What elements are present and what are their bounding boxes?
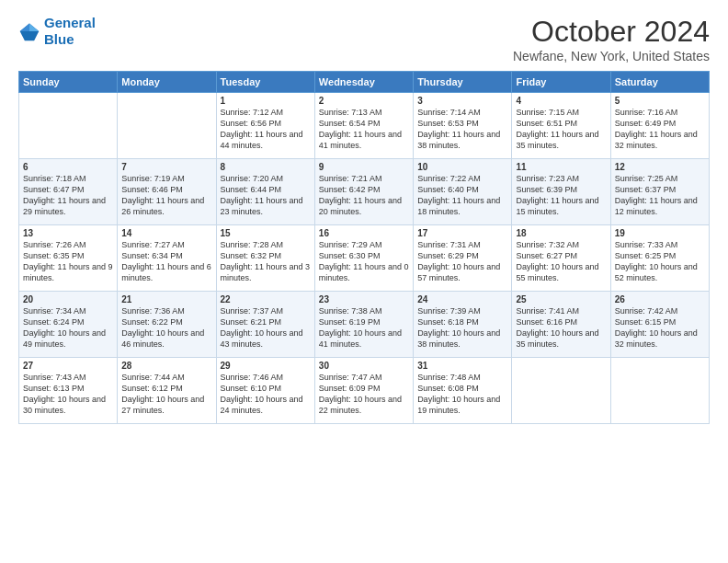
day-info: Sunrise: 7:23 AM Sunset: 6:39 PM Dayligh…: [516, 173, 606, 218]
day-info: Sunrise: 7:38 AM Sunset: 6:19 PM Dayligh…: [319, 305, 409, 350]
col-sunday: Sunday: [19, 72, 118, 93]
week-row-2: 6Sunrise: 7:18 AM Sunset: 6:47 PM Daylig…: [19, 159, 710, 225]
day-info: Sunrise: 7:48 AM Sunset: 6:08 PM Dayligh…: [417, 372, 507, 417]
day-info: Sunrise: 7:15 AM Sunset: 6:51 PM Dayligh…: [516, 107, 606, 152]
location: Newfane, New York, United States: [513, 49, 710, 63]
day-number: 28: [121, 361, 211, 371]
day-number: 14: [121, 228, 211, 238]
day-info: Sunrise: 7:34 AM Sunset: 6:24 PM Dayligh…: [23, 305, 113, 350]
day-info: Sunrise: 7:28 AM Sunset: 6:32 PM Dayligh…: [221, 239, 311, 284]
day-info: Sunrise: 7:33 AM Sunset: 6:25 PM Dayligh…: [615, 239, 705, 284]
cell-week2-day3: 9Sunrise: 7:21 AM Sunset: 6:42 PM Daylig…: [314, 159, 413, 225]
day-info: Sunrise: 7:12 AM Sunset: 6:56 PM Dayligh…: [221, 107, 311, 152]
day-info: Sunrise: 7:21 AM Sunset: 6:42 PM Dayligh…: [319, 173, 409, 218]
cell-week1-day2: 1Sunrise: 7:12 AM Sunset: 6:56 PM Daylig…: [216, 93, 314, 159]
cell-week4-day5: 25Sunrise: 7:41 AM Sunset: 6:16 PM Dayli…: [512, 292, 610, 358]
day-number: 31: [417, 361, 507, 371]
day-info: Sunrise: 7:46 AM Sunset: 6:10 PM Dayligh…: [221, 372, 311, 417]
day-number: 24: [417, 294, 507, 304]
col-friday: Friday: [512, 72, 610, 93]
day-number: 27: [23, 361, 113, 371]
day-number: 5: [615, 96, 705, 106]
day-info: Sunrise: 7:25 AM Sunset: 6:37 PM Dayligh…: [615, 173, 705, 218]
logo: General Blue: [18, 15, 96, 48]
logo-text: General Blue: [44, 15, 96, 48]
day-number: 7: [121, 162, 211, 172]
day-number: 26: [615, 294, 705, 304]
day-info: Sunrise: 7:29 AM Sunset: 6:30 PM Dayligh…: [319, 239, 409, 284]
col-wednesday: Wednesday: [314, 72, 413, 93]
day-number: 18: [516, 228, 606, 238]
cell-week1-day6: 5Sunrise: 7:16 AM Sunset: 6:49 PM Daylig…: [610, 93, 709, 159]
day-number: 22: [221, 294, 311, 304]
col-saturday: Saturday: [610, 72, 709, 93]
svg-marker-1: [29, 23, 39, 31]
cell-week5-day1: 28Sunrise: 7:44 AM Sunset: 6:12 PM Dayli…: [118, 358, 216, 424]
day-number: 8: [221, 162, 311, 172]
header: General Blue October 2024 Newfane, New Y…: [18, 15, 710, 63]
cell-week1-day0: [19, 93, 118, 159]
cell-week4-day6: 26Sunrise: 7:42 AM Sunset: 6:15 PM Dayli…: [610, 292, 709, 358]
cell-week1-day5: 4Sunrise: 7:15 AM Sunset: 6:51 PM Daylig…: [512, 93, 610, 159]
cell-week4-day3: 23Sunrise: 7:38 AM Sunset: 6:19 PM Dayli…: [314, 292, 413, 358]
cell-week4-day0: 20Sunrise: 7:34 AM Sunset: 6:24 PM Dayli…: [19, 292, 118, 358]
cell-week5-day4: 31Sunrise: 7:48 AM Sunset: 6:08 PM Dayli…: [414, 358, 512, 424]
day-number: 15: [221, 228, 311, 238]
day-number: 16: [319, 228, 409, 238]
day-number: 25: [516, 294, 606, 304]
cell-week2-day2: 8Sunrise: 7:20 AM Sunset: 6:44 PM Daylig…: [216, 159, 314, 225]
cell-week4-day2: 22Sunrise: 7:37 AM Sunset: 6:21 PM Dayli…: [216, 292, 314, 358]
day-info: Sunrise: 7:47 AM Sunset: 6:09 PM Dayligh…: [319, 372, 409, 417]
cell-week2-day4: 10Sunrise: 7:22 AM Sunset: 6:40 PM Dayli…: [414, 159, 512, 225]
cell-week4-day4: 24Sunrise: 7:39 AM Sunset: 6:18 PM Dayli…: [414, 292, 512, 358]
header-row: Sunday Monday Tuesday Wednesday Thursday…: [19, 72, 710, 93]
cell-week3-day6: 19Sunrise: 7:33 AM Sunset: 6:25 PM Dayli…: [610, 225, 709, 292]
day-info: Sunrise: 7:32 AM Sunset: 6:27 PM Dayligh…: [516, 239, 606, 284]
cell-week3-day5: 18Sunrise: 7:32 AM Sunset: 6:27 PM Dayli…: [512, 225, 610, 292]
cell-week3-day2: 15Sunrise: 7:28 AM Sunset: 6:32 PM Dayli…: [216, 225, 314, 292]
svg-marker-2: [20, 23, 29, 31]
logo-icon: [18, 20, 40, 42]
day-number: 19: [615, 228, 705, 238]
cell-week4-day1: 21Sunrise: 7:36 AM Sunset: 6:22 PM Dayli…: [118, 292, 216, 358]
day-number: 29: [221, 361, 311, 371]
day-info: Sunrise: 7:22 AM Sunset: 6:40 PM Dayligh…: [417, 173, 507, 218]
day-number: 13: [23, 228, 113, 238]
cell-week3-day0: 13Sunrise: 7:26 AM Sunset: 6:35 PM Dayli…: [19, 225, 118, 292]
cell-week1-day1: [118, 93, 216, 159]
cell-week5-day2: 29Sunrise: 7:46 AM Sunset: 6:10 PM Dayli…: [216, 358, 314, 424]
day-info: Sunrise: 7:14 AM Sunset: 6:53 PM Dayligh…: [417, 107, 507, 152]
day-number: 17: [417, 228, 507, 238]
day-info: Sunrise: 7:42 AM Sunset: 6:15 PM Dayligh…: [615, 305, 705, 350]
day-info: Sunrise: 7:37 AM Sunset: 6:21 PM Dayligh…: [221, 305, 311, 350]
week-row-1: 1Sunrise: 7:12 AM Sunset: 6:56 PM Daylig…: [19, 93, 710, 159]
cell-week2-day5: 11Sunrise: 7:23 AM Sunset: 6:39 PM Dayli…: [512, 159, 610, 225]
day-info: Sunrise: 7:26 AM Sunset: 6:35 PM Dayligh…: [23, 239, 113, 284]
col-monday: Monday: [118, 72, 216, 93]
cell-week5-day0: 27Sunrise: 7:43 AM Sunset: 6:13 PM Dayli…: [19, 358, 118, 424]
day-number: 21: [121, 294, 211, 304]
calendar-table: Sunday Monday Tuesday Wednesday Thursday…: [18, 71, 710, 424]
week-row-4: 20Sunrise: 7:34 AM Sunset: 6:24 PM Dayli…: [19, 292, 710, 358]
day-info: Sunrise: 7:27 AM Sunset: 6:34 PM Dayligh…: [121, 239, 211, 284]
week-row-3: 13Sunrise: 7:26 AM Sunset: 6:35 PM Dayli…: [19, 225, 710, 292]
col-thursday: Thursday: [414, 72, 512, 93]
day-number: 6: [23, 162, 113, 172]
day-number: 4: [516, 96, 606, 106]
cell-week3-day1: 14Sunrise: 7:27 AM Sunset: 6:34 PM Dayli…: [118, 225, 216, 292]
cell-week5-day5: [512, 358, 610, 424]
cell-week3-day3: 16Sunrise: 7:29 AM Sunset: 6:30 PM Dayli…: [314, 225, 413, 292]
day-info: Sunrise: 7:31 AM Sunset: 6:29 PM Dayligh…: [417, 239, 507, 284]
cell-week5-day6: [610, 358, 709, 424]
month-title: October 2024: [513, 15, 710, 49]
week-row-5: 27Sunrise: 7:43 AM Sunset: 6:13 PM Dayli…: [19, 358, 710, 424]
day-number: 12: [615, 162, 705, 172]
day-number: 2: [319, 96, 409, 106]
day-number: 20: [23, 294, 113, 304]
day-info: Sunrise: 7:39 AM Sunset: 6:18 PM Dayligh…: [417, 305, 507, 350]
day-info: Sunrise: 7:19 AM Sunset: 6:46 PM Dayligh…: [121, 173, 211, 218]
calendar-header: Sunday Monday Tuesday Wednesday Thursday…: [19, 72, 710, 93]
day-info: Sunrise: 7:18 AM Sunset: 6:47 PM Dayligh…: [23, 173, 113, 218]
day-info: Sunrise: 7:20 AM Sunset: 6:44 PM Dayligh…: [221, 173, 311, 218]
day-number: 11: [516, 162, 606, 172]
